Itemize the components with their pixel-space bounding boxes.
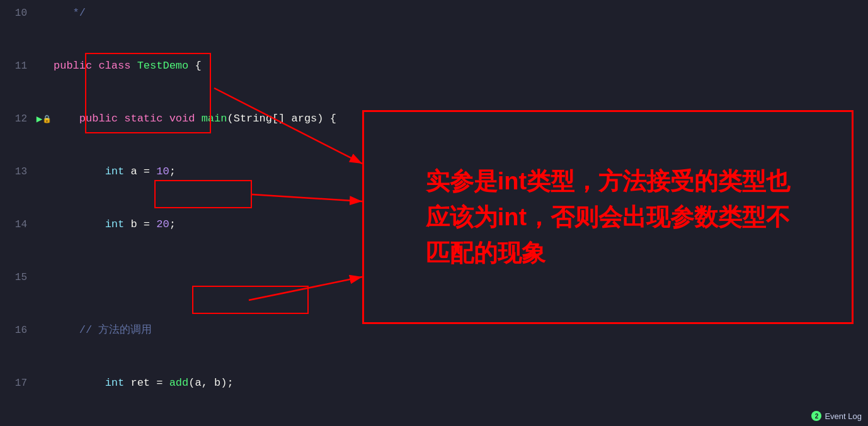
line-number-16: 16 [0,325,35,336]
line-content-10: */ [54,0,86,26]
gutter-12: ▶ 🔒 [35,113,54,125]
annotation-text: 实参是int类型，方法接受的类型也应该为int，否则会出现参数类型不匹配的现象 [426,164,790,271]
run-arrow-12[interactable]: ▶ [37,113,43,125]
line-content-18: System.out.println("ret = " + ret [54,423,317,426]
line-number-15: 15 [0,272,35,283]
line-17: 17 int ret = add(a, b); [0,370,868,396]
line-content-12: public static void main(String[] args) { [54,106,336,132]
line-number-14: 14 [0,219,35,230]
line-10: 10 */ [0,0,868,26]
line-number-17: 17 [0,378,35,389]
event-log-button[interactable]: 2 Event Log [811,411,862,421]
line-content-13: int a = 10; [54,159,176,185]
line-content-17: int ret = add(a, b); [54,370,234,396]
line-11: 11 public class TestDemo { [0,53,868,79]
line-number-12: 12 [0,113,35,125]
annotation-box: 实参是int类型，方法接受的类型也应该为int，否则会出现参数类型不匹配的现象 [362,110,854,324]
code-editor: 10 */ 11 public class TestDemo { 12 ▶ 🔒 … [0,0,868,426]
line-content-16: // 方法的调用 [54,317,152,344]
event-log-label: Event Log [825,412,862,421]
line-number-11: 11 [0,60,35,72]
event-log-count: 2 [811,411,821,421]
bookmark-12: 🔒 [42,115,52,124]
line-content-11: public class TestDemo { [54,53,202,79]
line-18: 18 System.out.println("ret = " + ret [0,423,868,426]
line-number-10: 10 [0,8,35,19]
line-content-14: int b = 20; [54,211,176,238]
line-number-13: 13 [0,166,35,177]
